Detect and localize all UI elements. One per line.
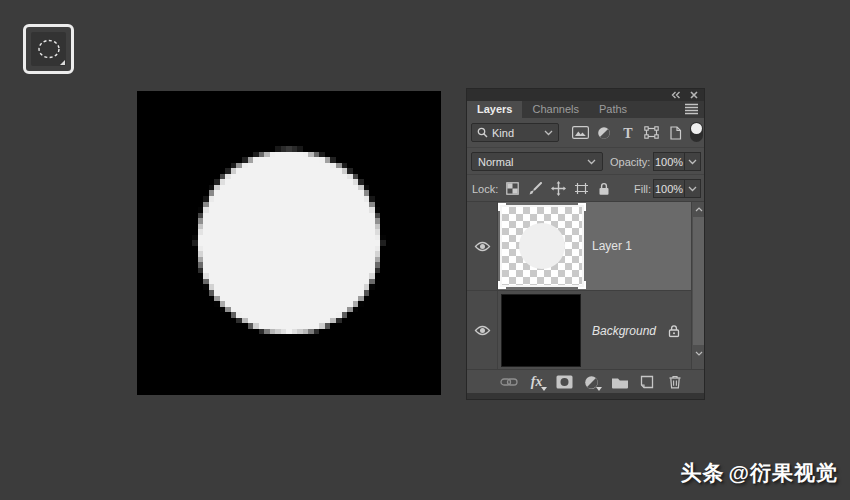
thumb-bracket (578, 203, 586, 211)
chain-link-icon (500, 377, 518, 387)
chevron-up-icon (695, 207, 703, 212)
trash-icon (668, 375, 682, 389)
elliptical-marquee-tool-button[interactable] (23, 24, 74, 74)
panel-menu-icon[interactable] (684, 103, 699, 115)
checkerboard-icon (506, 182, 519, 195)
tool-button-face (31, 32, 66, 66)
lock-buttons (503, 180, 613, 197)
thumb-bracket (578, 281, 586, 289)
folder-icon (611, 376, 629, 389)
new-adjustment-layer-button[interactable] (582, 372, 602, 392)
padlock-icon (598, 182, 610, 196)
layer-row-layer1[interactable]: Layer 1 (467, 202, 704, 290)
layer1-thumbnail[interactable] (500, 205, 584, 287)
close-panel-icon[interactable] (690, 91, 698, 99)
layers-list: Layer 1 Background (467, 201, 704, 369)
flyout-triangle (541, 387, 547, 391)
layer-filtering-toggle[interactable] (690, 122, 703, 142)
thumb-bracket (498, 203, 506, 211)
eye-icon (474, 325, 491, 336)
opacity-value: 100% (655, 156, 683, 168)
layer1-name[interactable]: Layer 1 (592, 239, 632, 253)
image-icon (572, 126, 589, 139)
fill-value-field[interactable]: 100% (653, 179, 685, 198)
toggle-knob (691, 123, 702, 134)
add-layer-mask-button[interactable] (554, 372, 574, 392)
panel-titlebar (467, 89, 704, 101)
filter-smart-objects-button[interactable] (666, 124, 684, 142)
link-layers-button[interactable] (499, 372, 519, 392)
watermark: 头条@衍果视觉 (681, 459, 838, 487)
scrollbar-thumb[interactable] (693, 217, 704, 345)
artboard-frame-icon (574, 182, 589, 195)
lock-image-pixels-button[interactable] (526, 180, 544, 198)
lock-label: Lock: (472, 183, 498, 195)
opacity-dropdown-button[interactable] (685, 152, 701, 171)
flyout-triangle (596, 387, 602, 391)
blend-mode-value: Normal (478, 156, 587, 168)
panel-resize-strip[interactable] (467, 393, 704, 399)
layer1-visibility-cell[interactable] (467, 202, 498, 290)
layers-panel: Layers Channels Paths Kind (466, 88, 705, 400)
tab-paths[interactable]: Paths (589, 101, 637, 118)
tab-channels[interactable]: Channels (522, 101, 588, 118)
panel-tab-bar: Layers Channels Paths (467, 101, 704, 118)
collapse-panel-icon[interactable] (671, 91, 681, 99)
scroll-down-button[interactable] (692, 347, 705, 360)
filter-kind-dropdown[interactable]: Kind (471, 123, 559, 142)
brush-icon (528, 182, 542, 196)
filter-shape-layers-button[interactable] (642, 124, 660, 142)
chevron-down-icon (587, 159, 596, 165)
filter-adjustment-layers-button[interactable] (595, 124, 613, 142)
delete-layer-button[interactable] (665, 372, 685, 392)
filter-kind-value: Kind (492, 127, 540, 139)
scroll-up-button[interactable] (692, 203, 705, 216)
watermark-brand: 头条 (681, 461, 725, 484)
footer-buttons: fx (499, 370, 685, 394)
new-layer-icon (640, 375, 654, 389)
shape-frame-icon (644, 126, 659, 139)
new-layer-button[interactable] (637, 372, 657, 392)
eye-icon (474, 241, 491, 252)
layer1-thumbnail-circle (519, 223, 565, 269)
filter-type-buttons: T (571, 122, 684, 143)
layer1-content[interactable]: Layer 1 (498, 202, 704, 290)
background-content[interactable]: Background (498, 291, 704, 370)
filter-type-layers-button[interactable]: T (619, 124, 637, 142)
chevron-down-icon (544, 130, 553, 136)
thumb-bracket (498, 281, 506, 289)
lock-all-button[interactable] (595, 180, 613, 198)
tab-layers[interactable]: Layers (467, 101, 522, 118)
move-icon (551, 181, 566, 196)
photoshop-workspace: Layers Channels Paths Kind (0, 0, 850, 500)
tool-flyout-triangle (60, 60, 65, 65)
lock-position-button[interactable] (549, 180, 567, 198)
background-visibility-cell[interactable] (467, 291, 498, 370)
chevron-down-icon (688, 186, 697, 192)
fill-label: Fill: (634, 183, 651, 195)
document-canvas[interactable] (137, 91, 441, 395)
background-name[interactable]: Background (592, 324, 656, 338)
layer-mask-icon (556, 375, 573, 389)
layer-styles-button[interactable]: fx (527, 372, 547, 392)
lock-transparent-pixels-button[interactable] (503, 180, 521, 198)
background-thumbnail[interactable] (501, 294, 581, 367)
elliptical-marquee-icon (35, 37, 63, 61)
watermark-handle: @衍果视觉 (729, 461, 838, 484)
blend-mode-dropdown[interactable]: Normal (471, 152, 603, 171)
chevron-down-icon (688, 159, 697, 165)
layer-row-background[interactable]: Background (467, 290, 704, 370)
filter-pixel-layers-button[interactable] (571, 124, 589, 142)
chevron-down-icon (695, 351, 703, 356)
fill-dropdown-button[interactable] (685, 179, 701, 198)
new-group-button[interactable] (610, 372, 630, 392)
type-icon: T (621, 126, 635, 140)
search-icon (477, 127, 488, 138)
layer-filter-row: Kind (467, 118, 704, 147)
background-lock-icon (668, 324, 680, 337)
layers-scrollbar[interactable] (691, 202, 704, 370)
fill-value: 100% (655, 183, 683, 195)
page-icon (669, 126, 682, 140)
lock-artboard-button[interactable] (572, 180, 590, 198)
opacity-value-field[interactable]: 100% (653, 152, 685, 171)
